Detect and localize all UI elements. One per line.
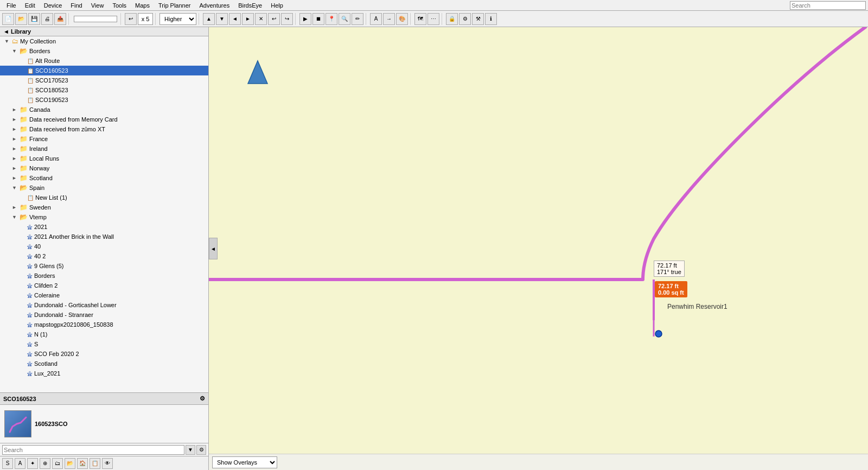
open-button[interactable]: 📂 (15, 13, 27, 25)
save-button[interactable]: 💾 (28, 13, 40, 25)
zoom-level-input[interactable]: x 5 (138, 13, 153, 25)
menu-help[interactable]: Help (266, 1, 288, 10)
tree-vtemp[interactable]: ▼ 📂 Vtemp (0, 212, 208, 222)
tree-sco180523[interactable]: 📋 SCO180523 (0, 85, 208, 95)
sidebar-icon-9[interactable]: 👁 (102, 458, 113, 469)
expand-my-collection[interactable]: ▼ (4, 39, 11, 44)
tree-clifden2[interactable]: 🛣 Clifden 2 (0, 281, 208, 290)
tree-norway[interactable]: ► 📁 Norway (0, 163, 208, 173)
tree-40-2[interactable]: 🛣 40 2 (0, 251, 208, 261)
tree-lux2021[interactable]: 🛣 Lux_2021 (0, 369, 208, 378)
tree-sco-feb[interactable]: 🛣 SCO Feb 2020 2 (0, 349, 208, 359)
tree-s[interactable]: 🛣 S (0, 339, 208, 349)
waypoint-button[interactable]: 📍 (326, 13, 337, 25)
color-button[interactable]: 🎨 (396, 13, 408, 25)
tree-2021-another[interactable]: 🛣 2021 Another Brick in the Wall (0, 232, 208, 242)
tree-sweden[interactable]: ► 📁 Sweden (0, 202, 208, 212)
map-area[interactable]: ◄ 72.17 ft 171° true 72.17 ft 0.00 sq ft… (209, 27, 868, 470)
menu-adventures[interactable]: Adventures (195, 1, 234, 10)
tree-40[interactable]: 🛣 40 (0, 242, 208, 251)
tree-n1[interactable]: 🛣 N (1) (0, 329, 208, 339)
sidebar-filter-button[interactable]: ⚙ (196, 445, 206, 455)
route-sco-feb-icon: 🛣 (27, 351, 33, 357)
info-button[interactable]: ℹ (485, 13, 497, 25)
tree-scotland[interactable]: ► 📁 Scotland (0, 173, 208, 183)
tree-alt-route[interactable]: 📋 Alt Route (0, 56, 208, 66)
label-button[interactable]: A (370, 13, 382, 25)
redo-button[interactable]: ↪ (281, 13, 293, 25)
delete-button[interactable]: ✕ (255, 13, 267, 25)
tree-borders2[interactable]: 🛣 Borders (0, 271, 208, 281)
menu-find[interactable]: Find (66, 1, 86, 10)
tree-dundonald-g[interactable]: 🛣 Dundonald - Gorticashel Lower (0, 300, 208, 310)
tooltip-dist2: 72.17 ft (658, 283, 684, 289)
tree-coleraine[interactable]: 🛣 Coleraine (0, 290, 208, 300)
sep4 (199, 13, 201, 25)
map-scroll-left-button[interactable]: ◄ (209, 238, 218, 259)
tree-france[interactable]: ► 📁 France (0, 134, 208, 144)
tree-canada[interactable]: ► 📁 Canada (0, 105, 208, 115)
tree-mapstogpx[interactable]: 🛣 mapstogpx20210806_150838 (0, 320, 208, 329)
print-button[interactable]: 🖨 (41, 13, 53, 25)
lock-button[interactable]: 🔒 (446, 13, 458, 25)
undo-nav-button[interactable]: ↩ (125, 13, 137, 25)
move-down-button[interactable]: ▼ (216, 13, 228, 25)
tree-ireland[interactable]: ► 📁 Ireland (0, 144, 208, 154)
new-button[interactable]: 📄 (2, 13, 14, 25)
sidebar-icon-8[interactable]: 📋 (90, 458, 100, 469)
sidebar-icon-7[interactable]: 🏠 (77, 458, 88, 469)
move-right-button[interactable]: ► (242, 13, 254, 25)
tree-local-runs[interactable]: ► 📁 Local Runs (0, 154, 208, 163)
settings-button[interactable]: ⚙ (459, 13, 471, 25)
expand-borders[interactable]: ▼ (12, 48, 18, 54)
menu-tools[interactable]: Tools (108, 1, 131, 10)
highlight-button[interactable]: ✏ (352, 13, 363, 25)
zoom-in-button[interactable]: 🔍 (339, 13, 350, 25)
tree-sco190523[interactable]: 📋 SCO190523 (0, 95, 208, 105)
sidebar-icon-1[interactable]: S (2, 458, 13, 469)
move-up-button[interactable]: ▲ (203, 13, 215, 25)
stop-button[interactable]: ⏹ (312, 13, 324, 25)
tree-scotland2[interactable]: 🛣 Scotland (0, 359, 208, 369)
arrow-button[interactable]: → (383, 13, 395, 25)
tree-label-data-memory: Data received from Memory Card (29, 116, 118, 123)
menu-birdseye[interactable]: BirdsEye (234, 1, 266, 10)
sidebar-icon-5[interactable]: 🗂 (52, 458, 63, 469)
tree-my-collection[interactable]: ▼ 🗂 My Collection (0, 36, 208, 46)
tree-new-list[interactable]: 📋 New List (1) (0, 193, 208, 202)
tree-2021[interactable]: 🛣 2021 (0, 222, 208, 232)
menu-file[interactable]: File (2, 1, 21, 10)
menu-device[interactable]: Device (40, 1, 67, 10)
file-sco160523-icon: 📋 (27, 68, 34, 74)
sidebar-icon-2[interactable]: A (15, 458, 25, 469)
filter-button[interactable]: ⚒ (472, 13, 484, 25)
undo-button[interactable]: ↩ (268, 13, 280, 25)
send-button[interactable]: 📤 (54, 13, 66, 25)
tree-sco170523[interactable]: 📋 SCO170523 (0, 75, 208, 85)
show-overlays-dropdown[interactable]: Show Overlays (212, 456, 277, 468)
menu-maps[interactable]: Maps (131, 1, 154, 10)
move-left-button[interactable]: ◄ (229, 13, 241, 25)
tree-area[interactable]: ▼ 🗂 My Collection ▼ 📂 Borders 📋 Alt Rout… (0, 36, 208, 392)
sidebar-icon-3[interactable]: ✦ (27, 458, 38, 469)
menu-edit[interactable]: Edit (21, 1, 40, 10)
menu-view[interactable]: View (87, 1, 108, 10)
search-input[interactable] (790, 1, 866, 10)
tree-data-zumo[interactable]: ► 📁 Data received from zūmo XT (0, 124, 208, 134)
sidebar-search-button[interactable]: ▼ (186, 445, 195, 455)
more1-button[interactable]: ⋯ (427, 13, 439, 25)
tree-data-memory[interactable]: ► 📁 Data received from Memory Card (0, 115, 208, 124)
tree-spain[interactable]: ▼ 📂 Spain (0, 183, 208, 193)
quality-dropdown[interactable]: Higher Low Normal Highest (159, 13, 196, 25)
sidebar-icon-4[interactable]: ⊕ (40, 458, 50, 469)
tree-sco160523[interactable]: 📋 SCO160523 (0, 66, 208, 75)
settings-gear-button[interactable]: ⚙ (200, 395, 205, 402)
menu-trip-planner[interactable]: Trip Planner (154, 1, 195, 10)
tree-borders[interactable]: ▼ 📂 Borders (0, 46, 208, 56)
sidebar-icon-6[interactable]: 📂 (65, 458, 75, 469)
tree-9glens[interactable]: 🛣 9 Glens (5) (0, 261, 208, 271)
tree-dundonald-s[interactable]: 🛣 Dundonald - Stranraer (0, 310, 208, 320)
play-button[interactable]: ▶ (299, 13, 311, 25)
track-button[interactable]: 🗺 (414, 13, 426, 25)
sidebar-search-input[interactable] (2, 445, 184, 455)
